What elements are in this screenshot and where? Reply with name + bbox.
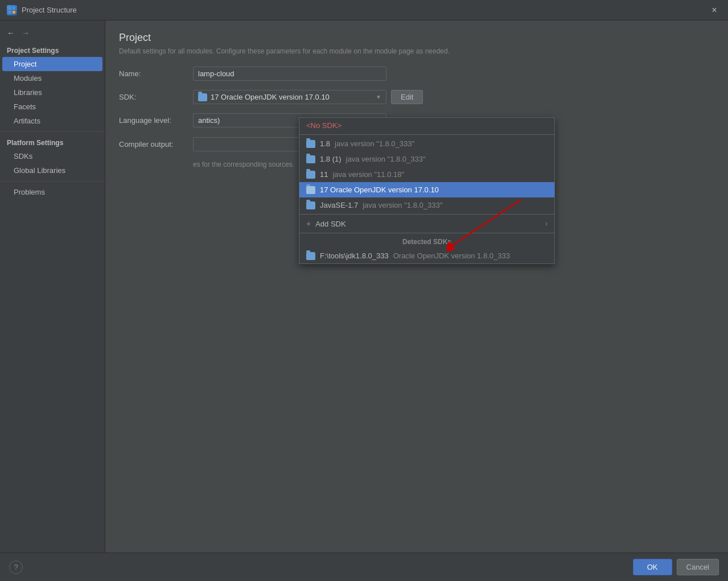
sdk-row: SDK: 17 Oracle OpenJDK version 17.0.10 ▼… [119, 90, 714, 104]
sdk-item-jdk18-primary: 1.8 [320, 139, 330, 148]
no-sdk-option[interactable]: <No SDK> [299, 118, 554, 133]
sdk-item-jdk11[interactable]: 11 java version "11.0.18" [299, 167, 554, 182]
cancel-button[interactable]: Cancel [677, 559, 719, 575]
sdk-item-detected-secondary: Oracle OpenJDK version 1.8.0_333 [393, 252, 510, 260]
name-input[interactable] [193, 67, 386, 81]
dropdown-arrow-icon: ▼ [376, 94, 381, 100]
language-level-value: antics) [198, 116, 220, 125]
sidebar-item-project[interactable]: Project [2, 57, 102, 71]
sdk-item-jdk11-primary: 11 [320, 170, 328, 179]
dropdown-separator-2 [299, 214, 554, 215]
sdk-item-jdk11-secondary: java version "11.0.18" [332, 170, 404, 179]
sdk-item-jdk18-secondary: java version "1.8.0_333" [335, 139, 414, 148]
svg-rect-0 [9, 7, 11, 10]
sdk-dropdown-value: 17 Oracle OpenJDK version 17.0.10 [211, 93, 330, 101]
help-button[interactable]: ? [9, 561, 23, 574]
sdk-item-detected-path: F:\tools\jdk1.8.0_333 [320, 252, 389, 260]
close-button[interactable]: × [708, 3, 721, 17]
sidebar-item-global-libraries[interactable]: Global Libraries [2, 163, 102, 178]
sdk-item-javase17-secondary: java version "1.8.0_333" [363, 201, 442, 209]
sdk-item-javase17-primary: JavaSE-1.7 [320, 201, 358, 209]
sidebar-divider-2 [0, 181, 105, 182]
sdk-item-jdk18[interactable]: 1.8 java version "1.8.0_333" [299, 136, 554, 151]
sidebar: ← → Project Settings Project Modules Lib… [0, 20, 105, 553]
folder-icon-detected [306, 252, 315, 260]
main-container: ← → Project Settings Project Modules Lib… [0, 20, 728, 553]
sdk-item-javase17[interactable]: JavaSE-1.7 java version "1.8.0_333" [299, 197, 554, 213]
detected-sdks-header: Detected SDKs [299, 234, 554, 248]
svg-rect-3 [13, 11, 15, 14]
dropdown-separator-1 [299, 134, 554, 135]
sdk-label: SDK: [119, 93, 193, 101]
folder-icon-javase17 [306, 201, 315, 209]
nav-arrows: ← → [0, 25, 105, 43]
sdk-dropdown[interactable]: 17 Oracle OpenJDK version 17.0.10 ▼ [193, 90, 386, 104]
folder-icon-jdk17 [306, 186, 315, 194]
sidebar-item-libraries[interactable]: Libraries [2, 85, 102, 100]
add-sdk-label: Add SDK [315, 220, 346, 228]
name-row: Name: [119, 67, 714, 81]
sdk-item-jdk18-1-secondary: java version "1.8.0_333" [346, 155, 426, 163]
sdk-dropdown-inner: 17 Oracle OpenJDK version 17.0.10 [198, 93, 330, 101]
app-icon [7, 5, 17, 15]
sidebar-item-sdks[interactable]: SDKs [2, 149, 102, 163]
sdk-folder-icon [198, 93, 207, 101]
svg-rect-2 [9, 11, 11, 14]
content-description: Default settings for all modules. Config… [119, 47, 714, 55]
folder-icon-jdk11 [306, 171, 315, 179]
sidebar-item-modules[interactable]: Modules [2, 71, 102, 85]
ok-button[interactable]: OK [633, 559, 672, 575]
sdk-item-jdk17[interactable]: 17 Oracle OpenJDK version 17.0.10 [299, 182, 554, 197]
folder-icon-jdk18 [306, 140, 315, 148]
content-area: Project Default settings for all modules… [105, 20, 728, 553]
plus-icon: + [306, 219, 311, 228]
sdk-item-detected[interactable]: F:\tools\jdk1.8.0_333 Oracle OpenJDK ver… [299, 248, 554, 263]
bottom-bar: ? OK Cancel [0, 553, 728, 581]
sdk-item-jdk18-1[interactable]: 1.8 (1) java version "1.8.0_333" [299, 151, 554, 167]
dropdown-separator-3 [299, 233, 554, 233]
project-settings-header: Project Settings [0, 43, 105, 57]
compiler-output-label: Compiler output: [119, 140, 193, 149]
sidebar-item-artifacts[interactable]: Artifacts [2, 114, 102, 128]
bottom-buttons: OK Cancel [633, 559, 719, 575]
platform-settings-header: Platform Settings [0, 135, 105, 149]
name-label: Name: [119, 69, 193, 78]
content-title: Project [119, 32, 714, 44]
title-bar-left: Project Structure [7, 5, 77, 15]
add-sdk-left: + Add SDK [306, 219, 346, 228]
sdk-item-jdk17-primary: 17 Oracle OpenJDK version 17.0.10 [320, 186, 439, 194]
back-arrow[interactable]: ← [5, 27, 17, 39]
edit-sdk-button[interactable]: Edit [391, 90, 423, 104]
language-level-label: Language level: [119, 116, 193, 125]
folder-icon-jdk18-1 [306, 155, 315, 163]
sidebar-divider [0, 131, 105, 132]
sdk-controls: 17 Oracle OpenJDK version 17.0.10 ▼ Edit [193, 90, 423, 104]
forward-arrow[interactable]: → [19, 27, 32, 39]
title-bar-title: Project Structure [22, 6, 77, 14]
chevron-right-icon: › [545, 220, 548, 228]
title-bar: Project Structure × [0, 0, 728, 20]
svg-rect-1 [13, 7, 15, 10]
sidebar-item-facets[interactable]: Facets [2, 100, 102, 114]
sidebar-item-problems[interactable]: Problems [2, 185, 102, 199]
sdk-item-jdk18-1-primary: 1.8 (1) [320, 155, 342, 163]
add-sdk-item[interactable]: + Add SDK › [299, 216, 554, 232]
sdk-dropdown-menu: <No SDK> 1.8 java version "1.8.0_333" 1.… [299, 117, 555, 264]
